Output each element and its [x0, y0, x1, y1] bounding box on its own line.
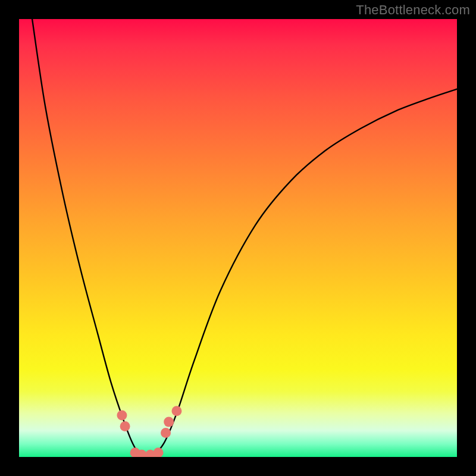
plot-area [19, 19, 457, 457]
curve-layer [19, 19, 457, 457]
data-marker [120, 421, 130, 431]
bottleneck-curve-path [32, 19, 457, 457]
data-marker [154, 447, 164, 457]
marker-group [117, 406, 181, 457]
data-marker [117, 411, 127, 421]
data-marker [161, 428, 171, 438]
data-marker [164, 417, 174, 427]
chart-frame: TheBottleneck.com [0, 0, 476, 476]
data-marker [171, 406, 181, 416]
watermark-text: TheBottleneck.com [356, 2, 470, 18]
